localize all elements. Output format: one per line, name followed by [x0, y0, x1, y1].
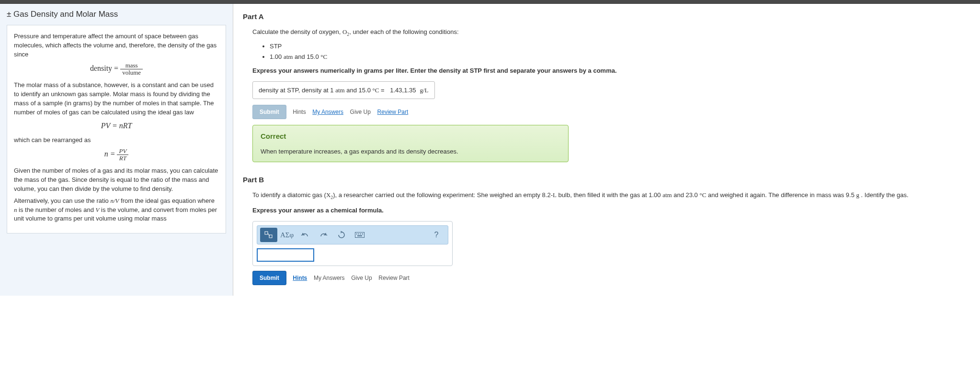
pb-atm: atm [662, 191, 672, 199]
c2-atm: atm [284, 53, 293, 60]
reset-icon[interactable] [333, 228, 350, 242]
al-c: and 15.0 [345, 87, 373, 94]
part-a-prompt: Calculate the density of oxygen, O2, und… [252, 27, 970, 38]
pb-c: bulb, then filled it with the gas at 1.0… [557, 191, 662, 199]
svg-rect-0 [265, 232, 268, 234]
part-a-title: Part A [243, 12, 970, 21]
pb-L: L [553, 191, 557, 199]
al-a: density at STP, density at 1 [259, 87, 335, 94]
eq-n-num: PV [117, 148, 128, 155]
part-b-review-link[interactable]: Review Part [378, 275, 410, 281]
eq-n: n = PVRT [14, 148, 219, 162]
main-container: ± Gas Density and Molar Mass Pressure an… [0, 4, 980, 296]
c2a: 1.00 [270, 53, 284, 60]
svg-rect-7 [357, 235, 362, 236]
p5-ratio: n/V [110, 197, 119, 204]
keyboard-svg-icon [355, 232, 365, 238]
svg-rect-4 [358, 233, 359, 234]
c2c: and 15.0 [293, 53, 320, 60]
part-b-prompt: To identify a diatomic gas (X2), a resea… [252, 190, 970, 201]
reset-svg-icon [338, 231, 345, 239]
formula-input[interactable] [257, 248, 314, 262]
part-a-giveup-link[interactable]: Give Up [350, 109, 371, 115]
intro-p4: Given the number of moles of a gas and i… [14, 166, 219, 194]
part-a-feedback: Correct When temperature increases, a ga… [252, 125, 569, 162]
eq-density-den: volume [120, 69, 143, 76]
part-a-hints-link[interactable]: Hints [293, 109, 306, 115]
intro-box: Pressure and temperature affect the amou… [7, 25, 226, 233]
part-a-answer-value: 1.43,1.35 [390, 87, 416, 94]
pb-x: X [326, 191, 330, 199]
intro-p5: Alternatively, you can use the ratio n/V… [14, 197, 219, 224]
formula-editor: ΑΣφ ? [252, 221, 453, 266]
eq-equals: = [112, 64, 120, 72]
cond-2: 1.00 atm and 15.0 °C [270, 52, 970, 62]
pb-f: . Identify the gas. [859, 191, 909, 199]
part-b-submit-button[interactable]: Submit [252, 271, 286, 285]
problem-title: ± Gas Density and Molar Mass [7, 10, 226, 19]
al-degc: °C [373, 87, 379, 94]
pa-o: O [342, 28, 347, 35]
template-icon[interactable] [260, 228, 277, 242]
greek-button[interactable]: ΑΣφ [278, 228, 296, 242]
undo-svg-icon [301, 232, 309, 238]
part-b-myanswers-link[interactable]: My Answers [314, 275, 345, 281]
pb-degc: °C [699, 191, 706, 199]
c2-degc: °C [320, 53, 327, 60]
intro-p1: Pressure and temperature affect the amou… [14, 32, 219, 59]
p5a: Alternatively, you can use the ratio [14, 197, 110, 204]
svg-rect-2 [355, 232, 365, 237]
p5c: is the number of moles and [17, 206, 96, 213]
part-a-buttons: Submit Hints My Answers Give Up Review P… [252, 105, 970, 119]
eq-density-num: mass [120, 62, 143, 69]
part-b-buttons: Submit Hints My Answers Give Up Review P… [252, 271, 970, 285]
p5b: from the ideal gas equation where [119, 197, 214, 204]
pb-d: and 23.0 [672, 191, 700, 199]
pa-text-b: , under each of the following conditions… [349, 28, 458, 35]
part-b-body: To identify a diatomic gas (X2), a resea… [243, 190, 970, 285]
eq-n-frac: PVRT [117, 148, 128, 162]
pb-e: and weighed it again. The difference in … [706, 191, 856, 199]
pb-b: ), a researcher carried out the followin… [333, 191, 553, 199]
intro-p2: The molar mass of a substance, however, … [14, 81, 219, 117]
redo-svg-icon [319, 232, 328, 238]
cond-stp: STP [270, 42, 970, 51]
help-button[interactable]: ? [428, 228, 445, 242]
formula-toolbar-row: ΑΣφ ? [257, 225, 448, 244]
part-a-answer-unit: g/L [420, 87, 428, 94]
eq-n-lhs: n = [104, 150, 117, 158]
eq-ideal-gas: PV = nRT [14, 120, 219, 131]
feedback-title: Correct [261, 131, 560, 142]
right-panel: Part A Calculate the density of oxygen, … [233, 4, 980, 296]
part-b: Part B To identify a diatomic gas (X2), … [233, 167, 980, 296]
redo-icon[interactable] [315, 228, 332, 242]
part-a-answer-box: density at STP, density at 1 atm and 15.… [252, 81, 435, 100]
part-a: Part A Calculate the density of oxygen, … [233, 4, 980, 167]
part-a-body: Calculate the density of oxygen, O2, und… [243, 27, 970, 162]
svg-rect-3 [356, 233, 357, 234]
top-bar [0, 0, 980, 4]
svg-rect-5 [360, 233, 361, 234]
svg-rect-6 [362, 233, 363, 234]
pb-a: To identify a diatomic gas ( [252, 191, 326, 199]
keyboard-icon[interactable] [351, 228, 368, 242]
part-a-review-link[interactable]: Review Part [377, 109, 409, 115]
part-b-title: Part B [243, 176, 970, 184]
part-b-instruct: Express your answer as a chemical formul… [252, 206, 970, 215]
part-a-conditions: STP 1.00 atm and 15.0 °C [270, 42, 970, 61]
eq-n-den: RT [117, 155, 128, 162]
left-panel: ± Gas Density and Molar Mass Pressure an… [0, 4, 233, 296]
pa-text-a: Calculate the density of oxygen, [252, 28, 342, 35]
part-b-hints-link[interactable]: Hints [293, 275, 307, 281]
undo-icon[interactable] [296, 228, 314, 242]
part-a-myanswers-link[interactable]: My Answers [312, 109, 343, 115]
eq-density-frac: massvolume [120, 62, 143, 77]
part-b-giveup-link[interactable]: Give Up [351, 275, 372, 281]
template-svg-icon [264, 231, 273, 239]
al-atm: atm [335, 87, 345, 94]
eq-density-lhs: density [90, 64, 112, 72]
intro-p3: which can be rearranged as [14, 136, 219, 145]
al-eq: = [379, 87, 386, 94]
part-a-instruct: Express your answers numerically in gram… [252, 66, 970, 76]
part-a-submit-button[interactable]: Submit [252, 105, 286, 119]
